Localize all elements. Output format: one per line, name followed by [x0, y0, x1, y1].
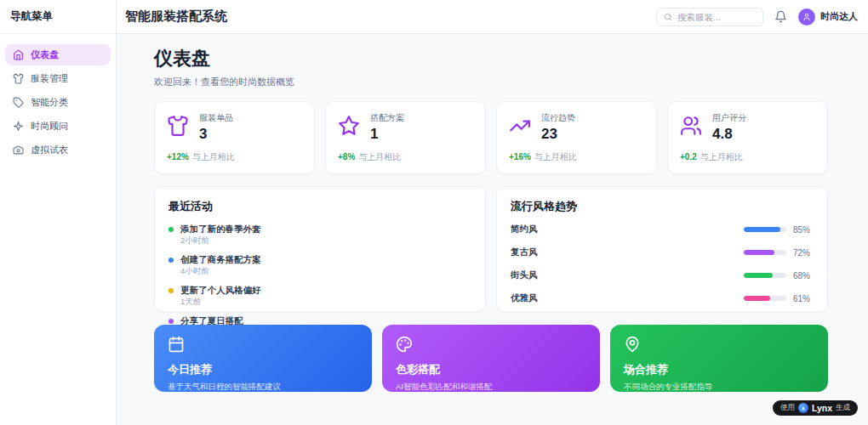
- feature-desc: 不同场合的专业搭配指导: [624, 382, 814, 393]
- stat-card-user-rating[interactable]: 用户评分 4.8 +0.2与上月相比: [667, 101, 828, 174]
- search-icon: [664, 13, 672, 21]
- badge-suffix: 生成: [836, 403, 850, 413]
- app-window: 导航菜单 仪表盘 服装管理 智能分类 时尚顾问 虚拟试衣: [0, 0, 868, 425]
- sidebar: 导航菜单 仪表盘 服装管理 智能分类 时尚顾问 虚拟试衣: [0, 0, 117, 425]
- search-box[interactable]: [656, 8, 763, 26]
- trend-row: 优雅风 61%: [511, 292, 814, 304]
- recent-activity-panel: 最近活动 添加了新的春季外套2小时前 创建了商务搭配方案4小时前 更新了个人风格…: [154, 186, 486, 312]
- sidebar-item-clothing-management[interactable]: 服装管理: [5, 68, 111, 89]
- notifications-button[interactable]: [774, 10, 787, 23]
- activity-item: 添加了新的春季外套2小时前: [168, 224, 471, 246]
- activity-item: 更新了个人风格偏好1天前: [168, 285, 471, 308]
- sidebar-item-label: 时尚顾问: [31, 120, 68, 133]
- palette-icon: [396, 336, 413, 353]
- stat-label: 服装单品: [199, 112, 233, 124]
- sparkles-icon: [13, 121, 24, 132]
- trend-label: 街头风: [511, 269, 538, 281]
- stat-label: 搭配方案: [370, 112, 404, 124]
- trend-percent: 85%: [793, 225, 814, 235]
- stat-delta-row: +12%与上月相比: [167, 151, 302, 163]
- dashboard-content: 仪表盘 欢迎回来！查看您的时尚数据概览 服装单品 3 +12%与上月相比: [117, 34, 868, 425]
- stat-delta: +16%: [509, 152, 531, 162]
- user-menu[interactable]: 时尚达人: [798, 8, 858, 26]
- activity-dot: [168, 319, 174, 324]
- trend-label: 简约风: [511, 224, 538, 235]
- page-title: 仪表盘: [154, 46, 828, 71]
- main-area: 智能服装搭配系统 时尚达人 仪表盘 欢迎回来！查看您的时尚数据: [117, 0, 868, 425]
- feature-card-color-matching[interactable]: 色彩搭配 AI智能色彩匹配和和谐搭配: [382, 325, 600, 392]
- stat-compare: 与上月相比: [358, 152, 401, 162]
- user-icon: [802, 13, 811, 21]
- map-pin-icon: [624, 336, 641, 353]
- trend-bar-track: [744, 273, 786, 278]
- trend-bar-fill: [744, 250, 774, 255]
- stat-compare: 与上月相比: [700, 152, 743, 162]
- trend-bar-track: [744, 227, 786, 232]
- home-icon: [13, 49, 24, 60]
- topbar-actions: 时尚达人: [656, 8, 858, 26]
- trend-label: 复古风: [511, 246, 538, 258]
- trend-percent: 68%: [793, 271, 814, 280]
- stat-delta-row: +0.2与上月相比: [680, 151, 815, 163]
- sidebar-item-fashion-advisor[interactable]: 时尚顾问: [5, 116, 111, 137]
- trend-row: 街头风 68%: [511, 269, 814, 281]
- feature-title: 今日推荐: [168, 362, 358, 377]
- activity-dot: [168, 227, 174, 232]
- activity-text: 创建了商务搭配方案: [180, 254, 261, 265]
- features-row: 今日推荐 基于天气和日程的智能搭配建议 色彩搭配 AI智能色彩匹配和和谐搭配 场…: [154, 325, 828, 392]
- activity-time: 1天前: [180, 297, 261, 308]
- badge-brand: Lynx: [812, 403, 832, 413]
- star-icon: [338, 115, 360, 137]
- style-trends-panel: 流行风格趋势 简约风 85% 复古风 72% 街头风 68% 优雅风: [496, 186, 828, 312]
- feature-card-occasion-recommendation[interactable]: 场合推荐 不同场合的专业搭配指导: [610, 325, 828, 392]
- feature-card-daily-recommendation[interactable]: 今日推荐 基于天气和日程的智能搭配建议: [154, 325, 372, 392]
- trend-row: 复古风 72%: [511, 246, 814, 258]
- style-trends-title: 流行风格趋势: [511, 199, 814, 214]
- stat-value: 1: [370, 126, 404, 143]
- sidebar-item-smart-classify[interactable]: 智能分类: [5, 92, 111, 113]
- trend-bar-fill: [744, 296, 770, 301]
- sidebar-item-label: 智能分类: [31, 96, 68, 109]
- stat-card-trends[interactable]: 流行趋势 23 +16%与上月相比: [496, 101, 657, 174]
- stat-delta: +0.2: [680, 152, 697, 162]
- stat-value: 3: [199, 126, 233, 143]
- shirt-icon: [167, 115, 189, 137]
- users-icon: [680, 115, 702, 137]
- username: 时尚达人: [820, 10, 858, 23]
- stat-card-clothing-items[interactable]: 服装单品 3 +12%与上月相比: [154, 101, 315, 174]
- feature-desc: AI智能色彩匹配和和谐搭配: [396, 382, 586, 393]
- stat-delta: +12%: [167, 152, 189, 162]
- recent-activity-title: 最近活动: [168, 199, 471, 214]
- app-title: 智能服装搭配系统: [125, 8, 227, 25]
- trend-label: 优雅风: [511, 292, 538, 304]
- trending-up-icon: [509, 115, 531, 137]
- lynx-logo-icon: ʌ: [798, 403, 808, 413]
- tag-icon: [13, 97, 24, 108]
- activity-item: 创建了商务搭配方案4小时前: [168, 254, 471, 277]
- stat-label: 用户评分: [712, 112, 746, 124]
- stat-delta-row: +8%与上月相比: [338, 151, 473, 163]
- trend-bar-fill: [744, 273, 773, 278]
- lynx-generated-badge[interactable]: 使用 ʌ Lynx 生成: [773, 400, 858, 416]
- camera-icon: [13, 144, 24, 156]
- feature-desc: 基于天气和日程的智能搭配建议: [168, 382, 358, 393]
- activity-time: 4小时前: [180, 266, 261, 277]
- feature-title: 色彩搭配: [396, 362, 586, 377]
- feature-title: 场合推荐: [624, 362, 814, 377]
- trend-bar-track: [744, 296, 786, 301]
- page-subtitle: 欢迎回来！查看您的时尚数据概览: [154, 76, 828, 88]
- sidebar-title: 导航菜单: [0, 0, 116, 34]
- stat-compare: 与上月相比: [534, 152, 577, 162]
- trend-bar-track: [744, 250, 786, 255]
- stat-value: 4.8: [712, 126, 746, 143]
- bell-icon: [774, 10, 787, 23]
- trend-percent: 72%: [793, 248, 814, 258]
- panels-row: 最近活动 添加了新的春季外套2小时前 创建了商务搭配方案4小时前 更新了个人风格…: [154, 186, 828, 312]
- shirt-icon: [13, 73, 24, 84]
- sidebar-item-dashboard[interactable]: 仪表盘: [5, 44, 111, 65]
- stat-card-outfit-plans[interactable]: 搭配方案 1 +8%与上月相比: [325, 101, 486, 174]
- stats-row: 服装单品 3 +12%与上月相比 搭配方案 1 +8%与上月相比: [154, 101, 828, 174]
- sidebar-item-label: 虚拟试衣: [31, 144, 68, 156]
- sidebar-item-virtual-fitting[interactable]: 虚拟试衣: [5, 139, 111, 161]
- search-input[interactable]: [677, 12, 756, 22]
